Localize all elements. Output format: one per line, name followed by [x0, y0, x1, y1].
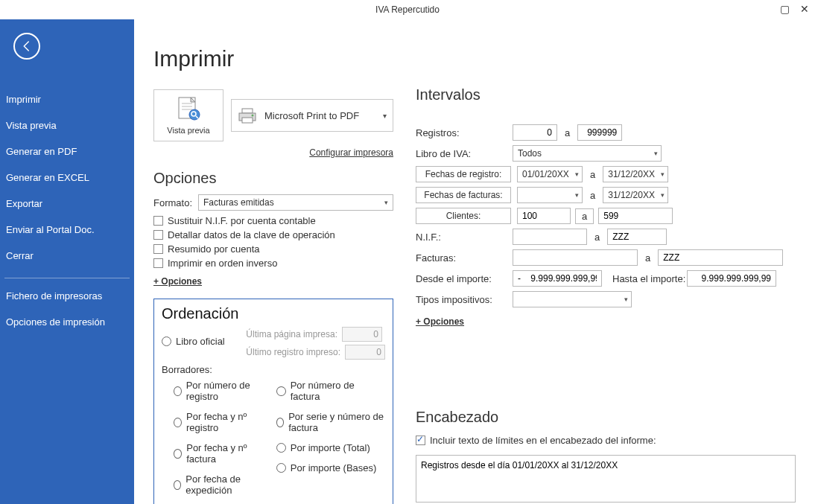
- ultima-pagina-value: 0: [342, 327, 382, 342]
- chevron-down-icon: ▾: [384, 199, 388, 206]
- svg-rect-9: [242, 118, 253, 123]
- libro-iva-label: Libro de IVA:: [416, 148, 513, 159]
- radio-fecha-num-factura[interactable]: Por fecha y nº factura: [174, 442, 264, 465]
- ultima-pagina-label: Última página impresa:: [246, 329, 337, 339]
- sidebar-item-imprimir[interactable]: Imprimir: [0, 86, 134, 112]
- check-sustituir-nif[interactable]: Sustituir N.I.F. por cuenta contable: [153, 215, 393, 226]
- nif-to-input[interactable]: [607, 229, 667, 245]
- configurar-impresora-link[interactable]: Configurar impresora: [153, 147, 393, 158]
- nif-from-input[interactable]: [513, 229, 587, 245]
- formato-label: Formato:: [153, 197, 198, 208]
- printer-select[interactable]: Microsoft Print to PDF ▾: [231, 99, 393, 132]
- encabezado-title: Encabezado: [416, 409, 796, 426]
- vista-previa-button[interactable]: Vista previa: [153, 89, 223, 141]
- intervalos-more-link[interactable]: + Opciones: [416, 316, 464, 327]
- ordenacion-panel: Ordenación Libro oficial Última página i…: [153, 299, 393, 504]
- facturas-label: Facturas:: [416, 252, 513, 264]
- chevron-down-icon: ▾: [575, 191, 579, 199]
- registros-to-input[interactable]: [577, 124, 622, 141]
- desde-importe-input[interactable]: [513, 270, 602, 287]
- check-resumido-cuenta[interactable]: Resumido por cuenta: [153, 243, 393, 255]
- radio-libro-oficial[interactable]: Libro oficial: [162, 336, 225, 347]
- fechas-facturas-button[interactable]: Fechas de facturas:: [416, 187, 511, 203]
- svg-point-10: [252, 115, 254, 117]
- svg-rect-7: [242, 109, 253, 113]
- chevron-down-icon: ▾: [624, 296, 628, 303]
- hasta-importe-input[interactable]: [687, 270, 776, 287]
- encabezado-textarea[interactable]: [416, 455, 796, 503]
- fechas-facturas-to-select[interactable]: 31/12/20XX▾: [603, 187, 668, 203]
- printer-icon: [238, 107, 257, 124]
- titlebar: IVA Repercutido ▢ ✕: [0, 0, 815, 19]
- back-button[interactable]: [13, 33, 40, 60]
- chevron-down-icon: ▾: [661, 170, 665, 178]
- fechas-registro-button[interactable]: Fechas de registro:: [416, 166, 511, 182]
- vista-previa-label: Vista previa: [167, 126, 209, 135]
- window-title: IVA Repercutido: [375, 4, 440, 15]
- fechas-registro-from-select[interactable]: 01/01/20XX▾: [517, 166, 583, 182]
- registros-from-input[interactable]: [513, 124, 557, 141]
- sidebar-item-cerrar[interactable]: Cerrar: [0, 243, 134, 269]
- clientes-button[interactable]: Clientes:: [416, 208, 511, 224]
- check-detallar-clave[interactable]: Detallar datos de la clave de operación: [153, 229, 393, 240]
- sidebar: Imprimir Vista previa Generar en PDF Gen…: [0, 19, 134, 504]
- facturas-to-input[interactable]: [658, 249, 783, 266]
- desde-importe-label: Desde el importe:: [416, 273, 513, 284]
- page-title: Imprimir: [153, 46, 393, 71]
- formato-value: Facturas emitidas: [203, 197, 274, 208]
- radio-serie-num-factura[interactable]: Por serie y número de factura: [276, 411, 385, 433]
- registros-label: Registros:: [416, 127, 513, 138]
- tipos-select[interactable]: ▾: [513, 291, 632, 307]
- chevron-down-icon: ▾: [661, 191, 665, 199]
- opciones-title: Opciones: [153, 170, 393, 187]
- close-icon[interactable]: ✕: [800, 3, 809, 15]
- facturas-from-input[interactable]: [513, 249, 638, 266]
- opciones-more-link[interactable]: + Opciones: [153, 276, 202, 287]
- radio-fecha-expedicion[interactable]: Por fecha de expedición: [174, 473, 264, 496]
- sidebar-item-enviar-portal[interactable]: Enviar al Portal Doc.: [0, 217, 134, 243]
- formato-select[interactable]: Facturas emitidas ▾: [198, 194, 393, 211]
- clientes-from-input[interactable]: [517, 208, 571, 224]
- chevron-down-icon: ▾: [654, 150, 658, 157]
- fechas-registro-to-select[interactable]: 31/12/20XX▾: [603, 166, 668, 182]
- sidebar-item-opciones-impresion[interactable]: Opciones de impresión: [0, 309, 134, 335]
- sidebar-item-generar-pdf[interactable]: Generar en PDF: [0, 138, 134, 165]
- ultimo-registro-value: 0: [345, 345, 385, 360]
- maximize-icon[interactable]: ▢: [780, 3, 790, 15]
- borradores-label: Borradores:: [162, 364, 385, 375]
- intervalos-title: Intervalos: [416, 86, 796, 103]
- sidebar-divider: [4, 278, 130, 278]
- fechas-facturas-from-select[interactable]: ▾: [517, 187, 583, 203]
- printer-name: Microsoft Print to PDF: [264, 110, 359, 121]
- radio-fecha-num-registro[interactable]: Por fecha y nº registro: [174, 411, 264, 433]
- sidebar-item-vista-previa[interactable]: Vista previa: [0, 112, 134, 138]
- radio-importe-total[interactable]: Por importe (Total): [276, 442, 385, 453]
- tipos-label: Tipos impositivos:: [416, 294, 513, 305]
- hasta-importe-label: Hasta el importe:: [612, 273, 687, 284]
- ordenacion-title: Ordenación: [162, 305, 385, 322]
- sidebar-item-exportar[interactable]: Exportar: [0, 191, 134, 217]
- clientes-to-input[interactable]: [598, 208, 673, 224]
- libro-iva-select[interactable]: Todos▾: [513, 145, 662, 162]
- radio-num-factura[interactable]: Por número de factura: [276, 380, 385, 402]
- document-preview-icon: [176, 96, 201, 123]
- sidebar-item-fichero-impresoras[interactable]: Fichero de impresoras: [0, 283, 134, 309]
- sidebar-item-generar-excel[interactable]: Generar en EXCEL: [0, 165, 134, 191]
- nif-label: N.I.F.:: [416, 232, 513, 243]
- radio-num-registro[interactable]: Por número de registro: [174, 380, 264, 402]
- check-orden-inverso[interactable]: Imprimir en orden inverso: [153, 258, 393, 269]
- ultimo-registro-label: Último registro impreso:: [246, 347, 340, 357]
- check-incluir-texto[interactable]: Incluir texto de límites en el encabezad…: [416, 435, 796, 446]
- chevron-down-icon: ▾: [575, 170, 579, 178]
- radio-importe-bases[interactable]: Por importe (Bases): [276, 462, 385, 473]
- chevron-down-icon: ▾: [383, 112, 387, 120]
